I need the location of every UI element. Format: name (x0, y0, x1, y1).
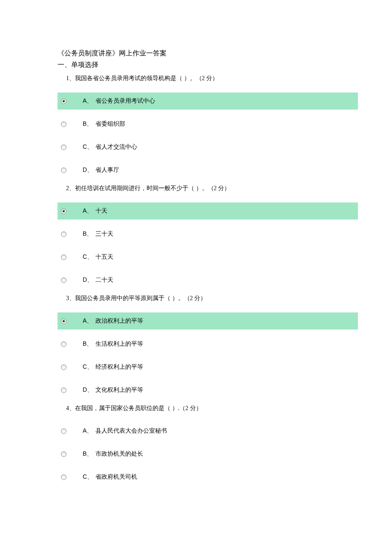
option-letter: D、 (83, 276, 94, 284)
option-row[interactable]: B、生活权利上的平等 (58, 335, 375, 353)
option-row[interactable]: A、政治权利上的平等 (58, 312, 358, 330)
option-letter: B、 (83, 340, 94, 348)
option-row[interactable]: D、文化权利上的平等 (58, 382, 375, 399)
question-block: 1、我国各省公务员录用考试的领导机构是（ ）。（2 分）A、省公务员录用考试中心… (58, 75, 375, 179)
option-text: 政治权利上的平等 (95, 317, 143, 325)
section-heading: 一、单项选择 (58, 61, 375, 69)
radio-icon[interactable] (61, 364, 66, 370)
option-text: 二十天 (95, 276, 113, 284)
question-text: 1、我国各省公务员录用考试的领导机构是（ ）。（2 分） (58, 75, 375, 82)
option-text: 生活权利上的平等 (95, 340, 143, 348)
option-row[interactable]: C、经济权利上的平等 (58, 358, 375, 376)
option-letter: C、 (83, 143, 94, 151)
radio-icon[interactable] (61, 428, 66, 434)
radio-icon[interactable] (61, 145, 66, 150)
radio-icon[interactable] (61, 341, 66, 347)
option-text: 经济权利上的平等 (95, 363, 143, 371)
document-title: 《公务员制度讲座》网上作业一答案 (58, 49, 375, 58)
option-row[interactable]: B、市政协机关的处长 (58, 445, 375, 462)
option-letter: A、 (83, 317, 94, 325)
option-row[interactable]: B、省委组织部 (58, 116, 375, 133)
question-block: 4、在我国，属于国家公务员职位的是（ ）.（2 分）A、县人民代表大会办公室秘书… (58, 405, 375, 486)
question-text: 2、初任培训在试用期间进行，时间一般不少于（ ）。（2 分） (58, 185, 375, 192)
radio-icon[interactable] (61, 451, 66, 457)
option-row[interactable]: A、县人民代表大会办公室秘书 (58, 422, 375, 439)
option-text: 三十天 (95, 230, 113, 238)
option-letter: A、 (83, 207, 94, 215)
option-letter: D、 (83, 386, 94, 394)
radio-icon[interactable] (61, 318, 66, 324)
radio-icon[interactable] (61, 208, 66, 214)
question-text: 4、在我国，属于国家公务员职位的是（ ）.（2 分） (58, 405, 375, 412)
option-row[interactable]: B、三十天 (58, 225, 375, 243)
radio-icon[interactable] (61, 231, 66, 237)
radio-icon[interactable] (61, 168, 66, 173)
option-letter: C、 (83, 253, 94, 261)
question-block: 2、初任培训在试用期间进行，时间一般不少于（ ）。（2 分）A、十天B、三十天C… (58, 185, 375, 289)
option-row[interactable]: A、省公务员录用考试中心 (58, 92, 358, 110)
question-text: 3、我国公务员录用中的平等原则属于（ ）。（2 分） (58, 295, 375, 302)
option-text: 省公务员录用考试中心 (95, 97, 155, 105)
radio-icon[interactable] (61, 121, 66, 127)
radio-icon[interactable] (61, 254, 66, 260)
radio-icon[interactable] (61, 278, 66, 283)
radio-icon[interactable] (61, 387, 66, 393)
option-text: 省政府机关司机 (95, 473, 137, 481)
question-block: 3、我国公务员录用中的平等原则属于（ ）。（2 分）A、政治权利上的平等B、生活… (58, 295, 375, 399)
option-row[interactable]: D、省人事厅 (58, 162, 375, 179)
option-row[interactable]: D、二十天 (58, 272, 375, 289)
option-row[interactable]: C、省政府机关司机 (58, 468, 375, 486)
option-letter: D、 (83, 166, 94, 174)
option-letter: A、 (83, 427, 94, 435)
option-text: 十天 (95, 207, 107, 215)
option-text: 文化权利上的平等 (95, 386, 143, 394)
option-letter: B、 (83, 450, 94, 458)
option-text: 省委组织部 (95, 120, 125, 128)
option-text: 县人民代表大会办公室秘书 (95, 427, 167, 435)
option-letter: B、 (83, 120, 94, 128)
option-letter: B、 (83, 230, 94, 238)
option-text: 十五天 (95, 253, 113, 261)
radio-icon[interactable] (61, 474, 66, 480)
option-text: 省人事厅 (95, 166, 119, 174)
option-row[interactable]: C、省人才交流中心 (58, 139, 375, 156)
option-letter: C、 (83, 363, 94, 371)
option-row[interactable]: A、十天 (58, 202, 358, 220)
option-text: 省人才交流中心 (95, 143, 137, 151)
option-row[interactable]: C、十五天 (58, 249, 375, 266)
option-text: 市政协机关的处长 (95, 450, 143, 458)
page-container: 《公务员制度讲座》网上作业一答案 一、单项选择 1、我国各省公务员录用考试的领导… (0, 49, 392, 486)
questions-list: 1、我国各省公务员录用考试的领导机构是（ ）。（2 分）A、省公务员录用考试中心… (58, 75, 375, 486)
option-letter: A、 (83, 97, 94, 105)
option-letter: C、 (83, 473, 94, 481)
radio-icon[interactable] (61, 98, 66, 104)
